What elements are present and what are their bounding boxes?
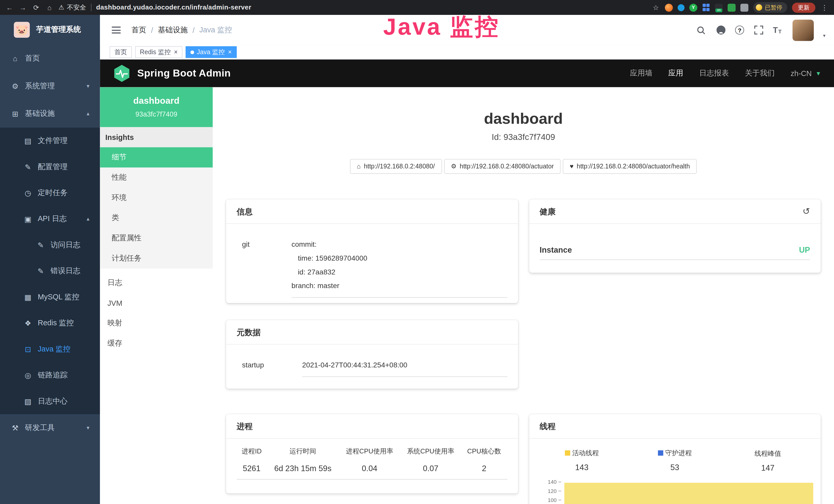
sidebar-item-label: MySQL 监控 bbox=[38, 292, 79, 302]
sba-item-scheduled-tasks[interactable]: 计划任务 bbox=[100, 248, 213, 269]
tab-home[interactable]: 首页 bbox=[110, 46, 132, 58]
sba-item-environment[interactable]: 环境 bbox=[100, 188, 213, 208]
font-size-icon[interactable]: TT bbox=[773, 25, 782, 35]
sidebar-collapse-icon[interactable] bbox=[112, 27, 121, 33]
drop-extension-icon[interactable] bbox=[678, 4, 684, 11]
health-url-link[interactable]: ♥ http://192.168.0.2:48080/actuator/heal… bbox=[563, 159, 697, 174]
sidebar-item-redis-monitor[interactable]: ❖ Redis 监控 bbox=[0, 310, 100, 336]
daemon-threads-value: 53 bbox=[628, 462, 721, 473]
sidebar-item-label: 文件管理 bbox=[38, 136, 68, 145]
forward-icon[interactable]: → bbox=[19, 4, 27, 11]
sba-nav-about[interactable]: 关于我们 bbox=[745, 69, 775, 78]
browser-chrome: ← → ⟳ ⌂ ⚠ 不安全 dashboard.yudao.iocoder.cn… bbox=[0, 0, 834, 15]
sba-item-logs[interactable]: 日志 bbox=[100, 273, 213, 293]
address-bar[interactable]: dashboard.yudao.iocoder.cn/infra/admin-s… bbox=[96, 4, 251, 11]
on-extension-icon[interactable]: on bbox=[715, 3, 723, 11]
metadata-startup-row: startup 2021-04-27T00:44:31.254+08:00 bbox=[237, 358, 507, 377]
sba-item-caches[interactable]: 缓存 bbox=[100, 333, 213, 353]
sidebar-item-link-tracing[interactable]: ◎ 链路追踪 bbox=[0, 362, 100, 388]
locale-selector[interactable]: zh-CN ▼ bbox=[791, 69, 821, 77]
fox-extension-icon[interactable] bbox=[665, 3, 673, 11]
sidebar-item-dev-tools[interactable]: ⚒ 研发工具 ▼ bbox=[0, 414, 100, 442]
process-card: 进程 进程ID 运行时间 进程CPU使用率 系统CPU使用率 CP bbox=[226, 414, 518, 494]
sidebar-item-infrastructure[interactable]: ⊞ 基础设施 ▲ bbox=[0, 100, 100, 128]
sidebar-item-label: 研发工具 bbox=[25, 423, 55, 433]
reload-icon[interactable]: ⟳ bbox=[32, 4, 40, 11]
history-icon[interactable]: ↺ bbox=[803, 206, 810, 216]
threads-card: 线程 活动线程 143 bbox=[529, 414, 821, 504]
actuator-url-link[interactable]: ⚙ http://192.168.0.2:48080/actuator bbox=[444, 159, 561, 174]
bookmark-star-icon[interactable]: ☆ bbox=[652, 4, 660, 11]
sba-item-metrics[interactable]: 性能 bbox=[100, 167, 213, 188]
daemon-threads-swatch bbox=[658, 450, 663, 456]
redis-icon: ❖ bbox=[23, 319, 32, 327]
sba-nav-journal[interactable]: 日志报表 bbox=[699, 69, 729, 78]
tab-redis-monitor[interactable]: Redis 监控 × bbox=[135, 46, 182, 58]
help-icon[interactable]: ? bbox=[735, 25, 744, 35]
metadata-card: 元数据 startup 2021-04-27T00:44:31.254+08:0… bbox=[226, 320, 518, 388]
sba-item-mappings[interactable]: 映射 bbox=[100, 313, 213, 334]
infrastructure-icon: ⊞ bbox=[10, 110, 20, 118]
leaf-extension-icon[interactable] bbox=[728, 3, 736, 11]
security-indicator[interactable]: ⚠ 不安全 bbox=[59, 3, 86, 12]
sba-main: dashboard Id: 93a3fc7f7409 ⌂ http://192.… bbox=[213, 87, 834, 504]
sba-brand[interactable]: Spring Boot Admin bbox=[137, 68, 231, 79]
sidebar-item-label: 错误日志 bbox=[50, 266, 81, 275]
grid-extension-icon[interactable] bbox=[702, 3, 710, 11]
sidebar-item-config-management[interactable]: ✎ 配置管理 bbox=[0, 154, 100, 180]
breadcrumb-home[interactable]: 首页 bbox=[131, 25, 146, 35]
close-icon[interactable]: × bbox=[228, 49, 232, 55]
timer-icon: ◷ bbox=[23, 188, 32, 197]
sba-nav-wallboard[interactable]: 应用墙 bbox=[630, 69, 652, 78]
tab-java-monitor[interactable]: Java 监控 × bbox=[186, 46, 237, 58]
sidebar-item-home[interactable]: ⌂ 首页 bbox=[0, 45, 100, 72]
sidebar-item-system-management[interactable]: ⚙ 系统管理 ▼ bbox=[0, 72, 100, 100]
sidebar-item-scheduled-tasks[interactable]: ◷ 定时任务 bbox=[0, 180, 100, 206]
browser-home-icon[interactable]: ⌂ bbox=[45, 4, 54, 11]
peak-threads-value: 147 bbox=[721, 462, 814, 473]
service-url-link[interactable]: ⌂ http://192.168.0.2:48080/ bbox=[350, 159, 442, 174]
access-log-icon: ✎ bbox=[36, 240, 45, 249]
fullscreen-icon[interactable] bbox=[753, 25, 764, 35]
sba-item-details[interactable]: 细节 bbox=[100, 147, 213, 168]
process-val-uptime: 6d 23h 15m 59s bbox=[267, 460, 339, 479]
sidebar-item-api-logs[interactable]: ▣ API 日志 ▲ bbox=[0, 206, 100, 232]
logo-avatar: 🐷 bbox=[14, 22, 30, 38]
sidebar-item-mysql-monitor[interactable]: ▦ MySQL 监控 bbox=[0, 284, 100, 310]
green-extension-icon[interactable]: Y bbox=[689, 3, 697, 11]
github-icon[interactable] bbox=[716, 25, 726, 35]
sba-group-insights: Insights bbox=[100, 127, 213, 147]
close-icon[interactable]: × bbox=[174, 49, 178, 55]
sba-nav-applications[interactable]: 应用 bbox=[668, 69, 683, 78]
y-tick: 100 bbox=[535, 498, 561, 503]
chrome-update-button[interactable]: 更新 bbox=[792, 2, 815, 12]
extensions-puzzle-icon[interactable] bbox=[741, 3, 748, 11]
sidebar-item-error-logs[interactable]: ✎ 错误日志 bbox=[0, 258, 100, 284]
breadcrumb-separator: / bbox=[192, 26, 194, 34]
trace-icon: ◎ bbox=[23, 371, 32, 379]
health-instance-row[interactable]: Instance UP bbox=[540, 245, 810, 260]
app-logo[interactable]: 🐷 芋道管理系统 bbox=[0, 15, 100, 45]
paused-extension-badge[interactable]: 已暂停 bbox=[753, 2, 787, 13]
sidebar-item-file-management[interactable]: ▤ 文件管理 bbox=[0, 128, 100, 154]
sba-item-jvm[interactable]: JVM bbox=[100, 293, 213, 313]
threads-legend: 活动线程 143 守护进程 bbox=[535, 448, 814, 473]
daemon-threads-label: 守护进程 bbox=[665, 448, 692, 458]
sidebar-item-access-logs[interactable]: ✎ 访问日志 bbox=[0, 232, 100, 258]
avatar[interactable] bbox=[793, 20, 814, 41]
sba-item-config-props[interactable]: 配置属性 bbox=[100, 228, 213, 248]
sba-instance-header[interactable]: dashboard 93a3fc7f7409 bbox=[100, 87, 213, 127]
health-card-title: 健康 bbox=[540, 206, 555, 216]
sidebar-item-label: Redis 监控 bbox=[38, 318, 74, 328]
home-icon: ⌂ bbox=[10, 54, 20, 63]
live-threads-value: 143 bbox=[535, 462, 628, 473]
sidebar-item-java-monitor[interactable]: ⊡ Java 监控 bbox=[0, 336, 100, 362]
sba-item-classes[interactable]: 类 bbox=[100, 208, 213, 228]
instance-label: Instance bbox=[540, 245, 572, 254]
breadcrumb-infrastructure[interactable]: 基础设施 bbox=[158, 25, 188, 35]
search-icon[interactable] bbox=[696, 25, 706, 35]
browser-menu-icon[interactable]: ⋮ bbox=[820, 4, 829, 11]
back-icon[interactable]: ← bbox=[5, 4, 14, 11]
instance-title: dashboard bbox=[213, 110, 834, 128]
sidebar-item-log-center[interactable]: ▧ 日志中心 bbox=[0, 388, 100, 414]
